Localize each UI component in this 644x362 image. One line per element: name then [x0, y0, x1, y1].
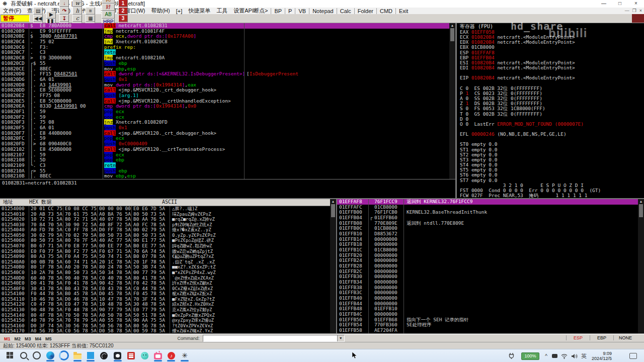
taskbar-app-vscode[interactable]: [85, 350, 97, 360]
mdi-minimize-button[interactable]: —: [625, 8, 629, 13]
toolbar-plugin-button-2[interactable]: AB: [102, 11, 115, 19]
disasm-row[interactable]: 010820CD┌$55push ebp: [0, 61, 449, 66]
dump-row[interactable]: 0125413090 48 78 5AF0 48 78 5A90 77 79 5…: [0, 307, 330, 313]
taskbar-app-start[interactable]: [4, 350, 16, 360]
disasm-row[interactable]: 010820F2│.59pop ecx: [0, 115, 449, 120]
taskbar-app-search[interactable]: [18, 350, 30, 360]
memory-tab-m3[interactable]: M3: [25, 336, 31, 341]
tray-app-icon[interactable]: [552, 349, 557, 362]
battery-indicator[interactable]: 100%: [521, 349, 539, 362]
wifi-icon[interactable]: [561, 349, 568, 362]
menu-item-17[interactable]: CMD: [376, 8, 395, 14]
disasm-row[interactable]: 01082102│.E8 450B0000call <jmp.&MSVCR120…: [0, 147, 449, 152]
scrollbar-thumb[interactable]: [639, 204, 643, 217]
disasm-row[interactable]: 01082109└.C3retn: [0, 163, 449, 168]
register-line[interactable]: O 0 LastErr ERROR_MOD_NOT_FOUND (0000007…: [457, 122, 644, 127]
register-line[interactable]: FCW 027F Prec NEAR,53 掩码 1 1 1 1 1 1: [457, 193, 644, 198]
toolbar-run-button-0[interactable]: ▶: [46, 11, 56, 19]
taskbar-app-docs-red[interactable]: [125, 350, 137, 360]
scrollbar-thumb[interactable]: [331, 204, 335, 217]
menu-item-12[interactable]: P: [285, 8, 295, 14]
dump-row[interactable]: 0125400020 01 CC 75E0 08 CC 7500 00 00 0…: [0, 206, 330, 212]
toolbar-window-button-5[interactable]: h: [72, 7, 82, 15]
menu-item-9[interactable]: 工具: [213, 7, 230, 15]
registers-pane[interactable]: 寄存器 (FPU) EAX 01EFF058ECX 010820B4 netcr…: [457, 23, 644, 198]
taskbar-app-edge[interactable]: [44, 350, 56, 360]
toolbar-window-button-6[interactable]: c: [72, 15, 82, 22]
toolbar-view-button-1[interactable]: ▦: [86, 15, 95, 22]
register-line[interactable]: EDI 010820B4 netcraft.<ModuleEntryPoint>: [457, 65, 644, 70]
disasm-row[interactable]: 010820D0│.FF15 D8482501call dword ptr ds…: [0, 71, 449, 77]
menu-item-11[interactable]: BP: [271, 8, 285, 14]
toolbar-step-button-1[interactable]: ↷: [59, 7, 69, 15]
ime-indicator[interactable]: 英: [581, 349, 587, 362]
taskbar-app-mascot-teal[interactable]: [138, 350, 150, 360]
menu-item-8[interactable]: 快捷菜单: [185, 7, 213, 15]
dump-pane[interactable]: 地址 HEX 数据 ASCII 0125400020 01 CC 75E0 08…: [0, 199, 330, 333]
volume-icon[interactable]: [572, 349, 578, 362]
menu-item-14[interactable]: Notepad: [309, 8, 337, 14]
register-line[interactable]: EIP 010820B4 netcraft.<ModuleEntryPoint>: [457, 75, 644, 80]
taskbar-app-github[interactable]: [112, 350, 124, 360]
menu-item-16[interactable]: Folder: [354, 8, 376, 14]
stack-row[interactable]: 01EFFB58AE7204FA: [337, 328, 638, 333]
disasm-row[interactable]: 010820C4.75 02jnz Xnetcraft.010820C8: [0, 39, 449, 45]
disasm-row[interactable]: 0108210B│.8BECmov ebp,esp: [0, 173, 449, 179]
taskbar-app-task-view[interactable]: [31, 350, 43, 360]
clock[interactable]: 9:09 2024/12/5: [592, 349, 612, 362]
disasm-row[interactable]: 010820C6.F3:prefix rep:: [0, 45, 449, 50]
toolbar-step-button-2[interactable]: ↧: [59, 15, 69, 22]
tray-chevron-icon[interactable]: ^: [545, 349, 547, 362]
taskbar-app-bilibili[interactable]: [152, 350, 164, 360]
minimize-button[interactable]: —: [596, 0, 612, 8]
toolbar-view-button-0[interactable]: ≡: [86, 7, 95, 15]
disasm-row[interactable]: 01082108│.5Dpop ebp: [0, 157, 449, 163]
toolbar-file-button-0[interactable]: ▤: [33, 7, 43, 15]
memory-tab-m2[interactable]: M2: [15, 336, 21, 341]
toolbar-step-button-0[interactable]: ↓: [59, 0, 69, 7]
dropdown-arrow-icon[interactable]: ▼: [337, 335, 344, 341]
disasm-row[interactable]: 010820F3│.75 08jnz Xnetcraft.010820FD: [0, 120, 449, 125]
disasm-row[interactable]: 010820DD│.E8 5E0B0000call <jmp.&MSVCR120…: [0, 87, 449, 93]
dump-scrollbar[interactable]: ▲: [330, 199, 336, 333]
maximize-button[interactable]: □: [612, 0, 628, 8]
disassembly-pane[interactable]: 010820B4$E8 780A0000call netcraft.01082B…: [0, 23, 449, 179]
stack-scrollbar[interactable]: ▲: [638, 199, 644, 333]
dump-row[interactable]: 012540C010 2A 78 5A80 50 73 5A50 34 78 5…: [0, 270, 330, 276]
command-value[interactable]: [203, 335, 337, 341]
disasm-row[interactable]: 010820F7│.E8 440B0000call <jmp.&MSVCR120…: [0, 131, 449, 136]
disasm-row[interactable]: 0108210A┌>55push ebp: [0, 168, 449, 174]
memory-tab-m1[interactable]: M1: [4, 336, 11, 341]
toolbar-plugin-button-1[interactable]: 好: [102, 4, 115, 11]
disasm-row[interactable]: 010820C8>E9 3D000000jmp netcraft.0108210…: [0, 55, 449, 61]
command-input[interactable]: ▼: [203, 335, 345, 342]
register-line[interactable]: T 0 GS 002B 32位 0(FFFFFFFF): [457, 112, 644, 117]
menu-item-15[interactable]: Calc: [337, 8, 354, 14]
disassembly-scrollbar[interactable]: ▲: [449, 23, 455, 179]
toolbar-file-button-1[interactable]: ◀◀: [33, 15, 43, 22]
disasm-row[interactable]: 010820F1│.59pop ecx: [0, 109, 449, 115]
taskbar-app-browser[interactable]: [58, 350, 70, 360]
toolbar-window-button-4[interactable]: w: [72, 0, 82, 7]
scroll-up-icon[interactable]: ▲: [449, 23, 455, 28]
taskbar-app-explorer[interactable]: [71, 350, 84, 360]
stack-pane[interactable]: 01EFFAF876F1FCC9返回到 KERNEL32.76F1FCC901E…: [337, 199, 638, 333]
disasm-row[interactable]: 010820EA│.833D 14439901 00cmp dword ptr …: [0, 104, 449, 109]
toolbar-number-button-1[interactable]: 2: [118, 7, 128, 15]
menu-item-18[interactable]: Exit: [395, 8, 411, 14]
toolbar-number-button-0[interactable]: 1: [118, 0, 128, 7]
dump-row[interactable]: 01254170A0 56 78 5AC0 56 78 5AD0 58 78 5…: [0, 328, 330, 333]
register-line[interactable]: EFL 00000246 (NO,NB,E,BE,NS,PE,GE,LE): [457, 132, 644, 137]
close-button[interactable]: ×: [628, 0, 644, 8]
disasm-row[interactable]: 01082107│.59pop ecx: [0, 152, 449, 158]
toolbar-number-button-2[interactable]: 3: [118, 15, 128, 22]
notification-icon[interactable]: [629, 349, 637, 362]
memory-tab-m4[interactable]: M4: [35, 336, 42, 341]
disasm-row[interactable]: 010820BE$3B0D A0487701cmp ecx,dword ptr …: [0, 34, 449, 39]
taskbar-app-snowflake[interactable]: ✳: [179, 350, 191, 360]
scroll-up-icon[interactable]: ▲: [330, 199, 336, 204]
memory-tab-m5[interactable]: M5: [45, 336, 52, 341]
taskbar-app-netease-music[interactable]: ♪: [165, 350, 177, 360]
mdi-restore-button[interactable]: ❐: [632, 8, 636, 13]
menu-item-10[interactable]: 设置API断点>: [230, 7, 271, 15]
